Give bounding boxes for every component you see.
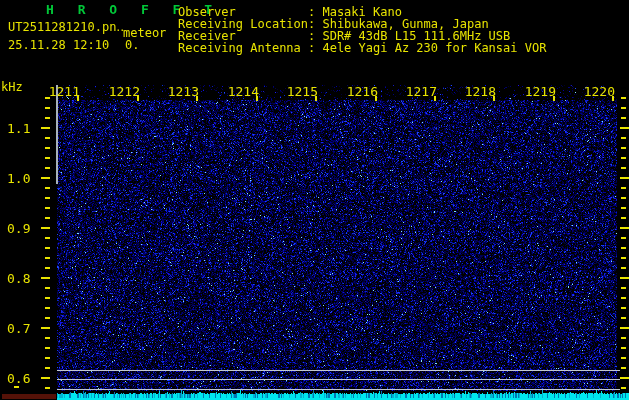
freq-minor-tick-left [45,157,50,159]
freq-minor-tick-left [45,247,50,249]
freq-minor-tick-right [621,237,626,239]
time-tick-label-1216: 1216 [338,84,378,96]
time-tick-1216 [375,96,377,101]
freq-minor-tick-left [45,217,50,219]
freq-minor-tick-right [621,197,626,199]
freq-major-tick-right [620,127,629,129]
freq-major-tick-left [41,177,50,179]
freq-tick-label-0.7: 0.7 [7,321,41,334]
time-tick-1218 [493,96,495,101]
freq-minor-tick-left [45,237,50,239]
info-label-3: Receiving Antenna [178,42,308,54]
freq-tick-label-1.0: 1.0 [7,171,41,184]
freq-minor-tick-left [45,307,50,309]
time-tick-label-1213: 1213 [159,84,199,96]
freq-major-tick-left [41,377,50,379]
freq-minor-tick-left [45,147,50,149]
freq-minor-tick-left [45,367,50,369]
spectrogram-canvas [0,0,629,400]
freq-minor-tick-right [621,307,626,309]
freq-minor-tick-left [45,347,50,349]
time-tick-label-1215: 1215 [278,84,318,96]
freq-minor-tick-right [621,347,626,349]
freq-minor-tick-right [621,287,626,289]
echo-count: 0. [125,39,139,51]
reference-line-1 [57,379,620,380]
freq-major-tick-left [41,277,50,279]
time-tick-label-1217: 1217 [397,84,437,96]
freq-minor-tick-right [621,267,626,269]
freq-minor-tick-right [621,217,626,219]
freq-minor-tick-right [621,167,626,169]
freq-tick-label-0.9: 0.9 [7,221,41,234]
freq-minor-tick-right [621,317,626,319]
info-value-3: : 4ele Yagi Az 230 for Kansai VOR [308,42,546,54]
freq-minor-tick-left [45,187,50,189]
freq-minor-tick-left [45,387,50,389]
freq-minor-tick-right [621,247,626,249]
time-tick-1214 [256,96,258,101]
freq-major-tick-right [620,377,629,379]
reference-line-2 [57,389,620,390]
freq-minor-tick-left [45,137,50,139]
freq-minor-tick-right [621,207,626,209]
freq-minor-tick-right [621,367,626,369]
freq-minor-tick-right [621,357,626,359]
freq-major-tick-right [620,327,629,329]
freq-minor-tick-left [45,197,50,199]
freq-major-tick-left [41,127,50,129]
freq-minor-tick-right [621,137,626,139]
file-name: UT2511281210.pn‥ [8,21,124,33]
freq-minor-tick-right [621,387,626,389]
freq-minor-tick-right [621,297,626,299]
freq-minor-tick-left [45,107,50,109]
freq-minor-tick-left [45,267,50,269]
freq-minor-tick-right [621,97,626,99]
freq-major-tick-left [41,327,50,329]
freq-minor-tick-left [45,117,50,119]
freq-major-tick-right [620,227,629,229]
time-tick-label-1211: 1211 [40,84,80,96]
freq-tick-label-1.1: 1.1 [7,121,41,134]
freq-minor-tick-left [45,357,50,359]
freq-minor-tick-left [45,97,50,99]
freq-tick-label-0.6: 0.6 [7,371,41,384]
freq-minor-tick-left [45,317,50,319]
time-tick-1219 [553,96,555,101]
freq-minor-tick-left [45,337,50,339]
freq-minor-tick-right [621,107,626,109]
y-axis-unit-label: kHz [1,80,23,94]
freq-minor-tick-left [45,167,50,169]
time-tick-1217 [434,96,436,101]
time-tick-label-1212: 1212 [100,84,140,96]
time-tick-1213 [196,96,198,101]
freq-minor-tick-left [45,257,50,259]
time-tick-label-1220: 1220 [575,84,615,96]
freq-minor-tick-left [45,207,50,209]
freq-major-tick-right [620,277,629,279]
freq-minor-tick-right [621,337,626,339]
freq-minor-tick-right [621,157,626,159]
datetime-label: 25.11.28 12:10 [8,39,109,51]
freq-tick-label-0.8: 0.8 [7,271,41,284]
plot-left-axis-line [56,85,58,184]
freq-minor-tick-left [45,287,50,289]
freq-major-tick-left [41,227,50,229]
time-tick-1211 [77,96,79,101]
bottom-marker-tick [14,386,19,388]
freq-minor-tick-right [621,117,626,119]
time-tick-label-1214: 1214 [219,84,259,96]
time-tick-1215 [315,96,317,101]
time-tick-1212 [137,96,139,101]
freq-minor-tick-left [45,297,50,299]
reference-line-0 [57,370,620,371]
freq-major-tick-right [620,177,629,179]
hrofft-output: H R O F F T UT2511281210.pn‥ meteor 25.1… [0,0,629,400]
freq-minor-tick-right [621,147,626,149]
time-tick-1220 [612,96,614,101]
freq-minor-tick-right [621,187,626,189]
time-tick-label-1218: 1218 [456,84,496,96]
freq-minor-tick-right [621,257,626,259]
time-tick-label-1219: 1219 [516,84,556,96]
